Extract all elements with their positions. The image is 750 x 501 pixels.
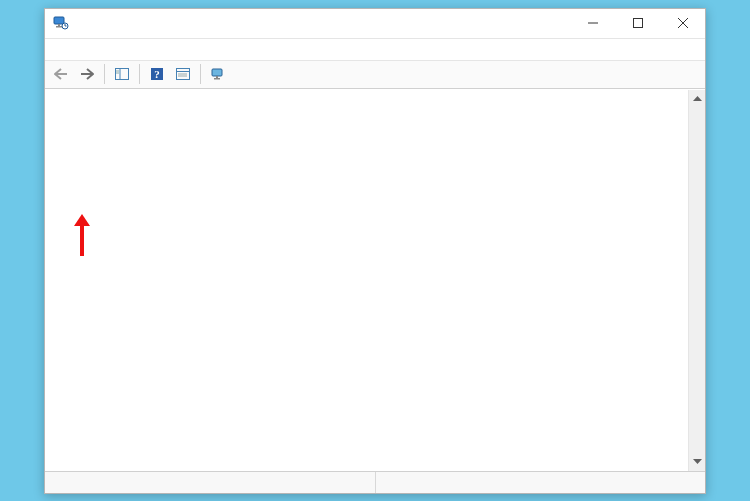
tree-panel: [45, 90, 688, 471]
menubar: [45, 39, 705, 61]
titlebar[interactable]: [45, 9, 705, 39]
device-tree[interactable]: [45, 90, 688, 471]
toolbar-separator: [200, 64, 201, 84]
window-controls: [570, 9, 705, 38]
forward-button[interactable]: [75, 63, 99, 85]
svg-text:?: ?: [154, 68, 160, 80]
show-hide-tree-button[interactable]: [110, 63, 134, 85]
svg-rect-1: [58, 24, 60, 26]
help-button[interactable]: ?: [145, 63, 169, 85]
scroll-up-button[interactable]: [689, 90, 705, 107]
svg-rect-17: [214, 78, 220, 80]
toolbar-separator: [139, 64, 140, 84]
back-button[interactable]: [49, 63, 73, 85]
scroll-down-button[interactable]: [689, 454, 705, 471]
svg-rect-16: [216, 76, 218, 78]
close-button[interactable]: [660, 9, 705, 38]
status-pane-left: [45, 472, 376, 493]
menu-view[interactable]: [87, 47, 103, 51]
statusbar: [45, 471, 705, 493]
svg-rect-5: [116, 69, 129, 80]
properties-button[interactable]: [171, 63, 195, 85]
menu-help[interactable]: [105, 47, 121, 51]
maximize-button[interactable]: [615, 9, 660, 38]
menu-file[interactable]: [51, 47, 67, 51]
device-manager-window: ?: [44, 8, 706, 494]
client-area: [45, 89, 705, 471]
toolbar-separator: [104, 64, 105, 84]
svg-rect-4: [633, 19, 642, 28]
svg-rect-15: [212, 69, 222, 76]
status-pane-right: [376, 472, 706, 493]
scan-hardware-button[interactable]: [206, 63, 230, 85]
svg-rect-0: [54, 17, 64, 24]
menu-action[interactable]: [69, 47, 85, 51]
vertical-scrollbar[interactable]: [688, 90, 705, 471]
app-icon: [53, 15, 69, 31]
svg-rect-2: [56, 26, 62, 28]
toolbar: ?: [45, 61, 705, 89]
minimize-button[interactable]: [570, 9, 615, 38]
